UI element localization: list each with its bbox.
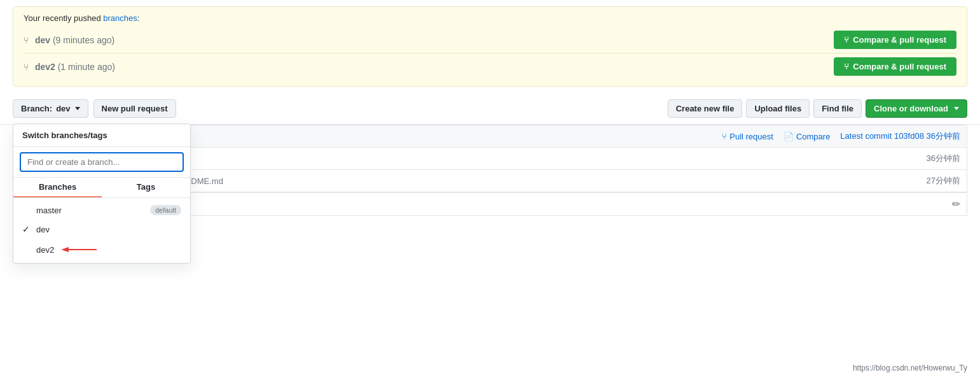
push-row-dev: ⑂ dev (9 minutes ago) ⑂ Compare & pull r… — [24, 27, 956, 53]
push-branch-dev-name: dev — [35, 35, 50, 45]
compare-icon-dev: ⑂ — [844, 35, 849, 45]
current-branch-name: dev — [56, 104, 70, 113]
bottom-url: https://blog.csdn.net/Howerwu_Ty — [853, 361, 967, 375]
branch-name-master: master — [36, 206, 62, 215]
push-branch-dev-time: (9 minutes ago) — [53, 35, 114, 45]
compare-pull-request-btn-dev[interactable]: ⑂ Compare & pull request — [834, 31, 956, 49]
check-mark-master — [22, 205, 31, 215]
file-commit-msg-readme: Create README.md — [147, 176, 897, 186]
compare-pull-request-btn-dev2[interactable]: ⑂ Compare & pull request — [834, 57, 956, 76]
commit-hash-link[interactable]: 103fd08 — [894, 131, 924, 141]
upload-files-button[interactable]: Upload files — [746, 99, 810, 118]
push-branch-dev2-name: dev2 — [35, 62, 55, 72]
branch-search-input[interactable] — [20, 152, 184, 172]
branch-icon-dev2: ⑂ — [24, 62, 29, 72]
pull-request-link-icon: ⑂ — [722, 132, 727, 141]
branch-item-master[interactable]: master default — [13, 201, 190, 220]
branch-item-dev2[interactable]: dev2 — [13, 239, 190, 260]
dropdown-tabs: Branches Tags — [13, 178, 190, 198]
banner-intro-colon: : — [137, 13, 140, 23]
branch-name-dev2: dev2 — [36, 245, 54, 255]
check-mark-dev: ✓ — [22, 224, 31, 234]
check-mark-dev2 — [22, 244, 31, 255]
clone-caret-icon — [954, 107, 959, 110]
tab-tags[interactable]: Tags — [102, 178, 190, 197]
pull-request-link[interactable]: ⑂ Pull request — [722, 132, 773, 141]
create-new-file-button[interactable]: Create new file — [668, 99, 743, 118]
recently-pushed-banner: Your recently pushed branches: ⑂ dev (9 … — [13, 6, 967, 87]
file-commit-msg-1txt: add 1.txt — [147, 154, 897, 164]
new-pull-request-button[interactable]: New pull request — [93, 99, 176, 118]
banner-branches-link[interactable]: branches — [103, 13, 137, 23]
dropdown-header: Switch branches/tags — [13, 124, 190, 147]
push-row-dev2: ⑂ dev2 (1 minute ago) ⑂ Compare & pull r… — [24, 53, 956, 80]
page-wrapper: Your recently pushed branches: ⑂ dev (9 … — [0, 0, 980, 375]
tab-branches[interactable]: Branches — [13, 178, 102, 197]
compare-icon-dev2: ⑂ — [844, 62, 849, 71]
push-branch-dev-info: ⑂ dev (9 minutes ago) — [24, 35, 114, 45]
toolbar-left: Branch: dev New pull request — [13, 99, 176, 118]
compare-link-icon: 📄 — [783, 132, 794, 141]
branch-item-dev[interactable]: ✓ dev — [13, 220, 190, 239]
toolbar-right: Create new file Upload files Find file C… — [668, 99, 967, 118]
default-badge: default — [150, 205, 181, 215]
branch-name-dev: dev — [36, 225, 50, 234]
clone-or-download-button[interactable]: Clone or download — [866, 99, 967, 118]
dropdown-search-area — [13, 147, 190, 178]
find-file-button[interactable]: Find file — [813, 99, 862, 118]
pencil-icon[interactable]: ✏ — [952, 198, 960, 210]
commit-links: ⑂ Pull request 📄 Compare — [722, 132, 830, 141]
branch-caret-icon — [75, 107, 80, 110]
push-branch-dev2-info: ⑂ dev2 (1 minute ago) — [24, 62, 115, 72]
branch-list: master default ✓ dev dev2 — [13, 198, 190, 263]
file-time-readme: 27分钟前 — [897, 175, 960, 187]
push-branch-dev2-time: (1 minute ago) — [58, 62, 115, 72]
latest-commit-info: Latest commit 103fd08 36分钟前 — [840, 131, 960, 142]
branch-label: Branch: — [21, 104, 52, 113]
compare-link[interactable]: 📄 Compare — [783, 132, 830, 141]
branch-dropdown: Switch branches/tags Branches Tags maste… — [13, 124, 191, 264]
banner-intro-text: Your recently pushed — [24, 13, 103, 23]
red-arrow-icon — [62, 243, 100, 256]
toolbar-row: Branch: dev New pull request Create new … — [0, 93, 980, 125]
file-time-1txt: 36分钟前 — [897, 153, 960, 164]
branch-icon-dev: ⑂ — [24, 35, 29, 45]
branch-selector-button[interactable]: Branch: dev — [13, 99, 88, 118]
